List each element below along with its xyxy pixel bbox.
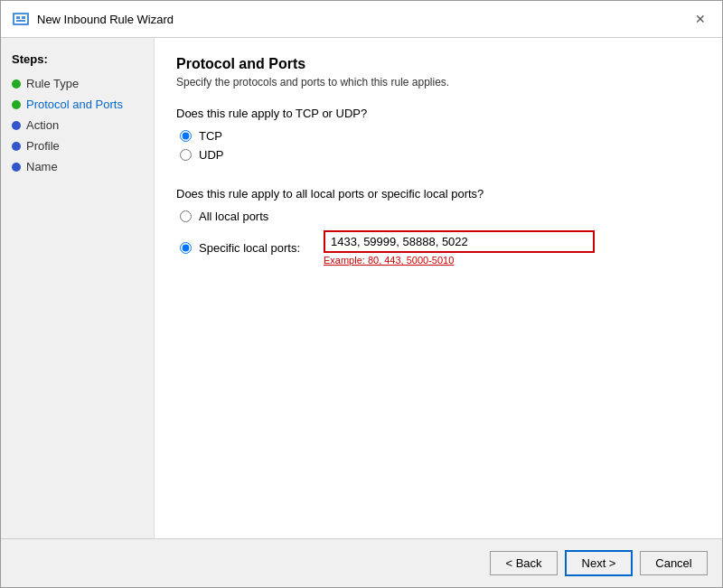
step-dot-name (12, 163, 21, 172)
sidebar-item-name[interactable]: Name (1, 156, 154, 177)
step-dot-rule-type (12, 79, 21, 89)
close-button[interactable]: ✕ (690, 8, 711, 30)
specific-ports-radio[interactable] (180, 242, 192, 254)
title-bar: New Inbound Rule Wizard ✕ (1, 1, 722, 38)
sidebar-item-action[interactable]: Action (1, 115, 154, 135)
ports-section: Does this rule apply to all local ports … (176, 187, 700, 266)
step-dot-protocol-ports (12, 100, 21, 109)
specific-ports-label: Specific local ports: (199, 241, 316, 255)
protocol-radio-group: TCP UDP (180, 129, 700, 162)
back-button[interactable]: < Back (490, 551, 558, 575)
sidebar-label-rule-type: Rule Type (26, 77, 79, 90)
next-button[interactable]: Next > (565, 550, 633, 576)
wizard-icon (12, 10, 30, 28)
content-area: Steps: Rule Type Protocol and Ports Acti… (1, 38, 722, 538)
specific-ports-row: Specific local ports: Example: 80, 443, … (180, 230, 700, 266)
sidebar-label-protocol-ports: Protocol and Ports (26, 98, 123, 111)
svg-rect-2 (16, 16, 20, 19)
sidebar-item-profile[interactable]: Profile (1, 135, 154, 156)
footer: < Back Next > Cancel (1, 538, 722, 587)
sidebar-label-profile: Profile (26, 139, 60, 153)
steps-label: Steps: (1, 49, 154, 73)
all-local-ports-option[interactable]: All local ports (180, 210, 700, 223)
sidebar-item-rule-type[interactable]: Rule Type (1, 73, 154, 94)
udp-option[interactable]: UDP (180, 148, 700, 162)
specific-ports-option[interactable]: Specific local ports: (180, 241, 316, 255)
protocol-question: Does this rule apply to TCP or UDP? (176, 107, 700, 120)
tcp-radio[interactable] (180, 130, 192, 142)
cancel-button[interactable]: Cancel (640, 551, 708, 575)
svg-rect-4 (16, 20, 25, 22)
panel-subtitle: Specify the protocols and ports to which… (176, 76, 700, 89)
all-local-ports-label: All local ports (199, 210, 316, 223)
udp-radio[interactable] (180, 149, 192, 161)
ports-question: Does this rule apply to all local ports … (176, 187, 700, 201)
title-bar-left: New Inbound Rule Wizard (12, 10, 174, 28)
tcp-option[interactable]: TCP (180, 129, 700, 143)
udp-label: UDP (199, 148, 223, 162)
svg-rect-3 (22, 16, 25, 19)
window-title: New Inbound Rule Wizard (37, 13, 174, 26)
specific-ports-input[interactable] (324, 230, 595, 253)
sidebar-label-name: Name (26, 160, 58, 173)
ports-radio-group: All local ports Specific local ports: Ex… (180, 210, 700, 266)
panel-title: Protocol and Ports (176, 56, 700, 72)
sidebar-item-protocol-ports[interactable]: Protocol and Ports (1, 94, 154, 115)
tcp-label: TCP (199, 129, 222, 143)
all-local-ports-radio[interactable] (180, 210, 192, 222)
main-panel: Protocol and Ports Specify the protocols… (155, 38, 722, 538)
sidebar: Steps: Rule Type Protocol and Ports Acti… (1, 38, 155, 538)
step-dot-profile (12, 142, 21, 151)
dialog-window: New Inbound Rule Wizard ✕ Steps: Rule Ty… (0, 0, 723, 588)
example-text: Example: 80, 443, 5000-5010 (324, 255, 595, 266)
step-dot-action (12, 121, 21, 130)
sidebar-label-action: Action (26, 118, 59, 132)
ports-input-container: Example: 80, 443, 5000-5010 (324, 230, 595, 266)
